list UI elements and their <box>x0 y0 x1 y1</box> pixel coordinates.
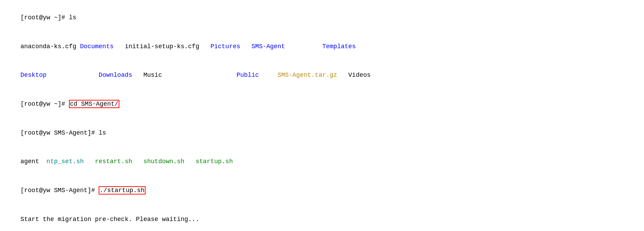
text <box>240 43 251 50</box>
terminal-line-7: [root@yw SMS-Agent]# ./startup.sh <box>6 176 638 205</box>
text-restart: restart.sh <box>95 158 132 165</box>
text: [root@yw SMS-Agent]# ls <box>20 129 106 136</box>
text: [root@yw ~]# ls <box>20 14 76 21</box>
text: anaconda-ks.cfg <box>20 43 80 50</box>
text <box>259 72 278 78</box>
text-agent: agent <box>20 158 47 165</box>
text-pictures: Pictures <box>210 43 240 50</box>
text-documents: Documents <box>80 43 113 50</box>
text-shutdown: shutdown.sh <box>143 158 185 165</box>
text <box>47 72 99 78</box>
text: [root@yw SMS-Agent]# <box>20 187 99 194</box>
text <box>84 158 95 165</box>
cmd-startup: ./startup.sh <box>99 186 146 195</box>
terminal-line-3: Desktop Downloads Music Public SMS-Agent… <box>6 61 638 90</box>
text: Start the migration pre-check. Please wa… <box>20 216 199 223</box>
text-desktop: Desktop <box>20 72 47 78</box>
text: initial-setup-ks.cfg <box>113 43 210 50</box>
terminal-line-1: [root@yw ~]# ls <box>6 3 638 32</box>
text-ntp-set: ntp_set.sh <box>47 158 84 165</box>
terminal-line-8: Start the migration pre-check. Please wa… <box>6 205 638 231</box>
terminal-output: [root@yw ~]# ls anaconda-ks.cfg Document… <box>6 3 638 231</box>
text: Music <box>132 72 236 78</box>
text <box>132 158 143 165</box>
text-startup: startup.sh <box>196 158 233 165</box>
terminal-line-4: [root@yw ~]# cd SMS-Agent/ <box>6 90 638 119</box>
terminal-line-6: agent ntp_set.sh restart.sh shutdown.sh … <box>6 147 638 176</box>
terminal-line-2: anaconda-ks.cfg Documents initial-setup-… <box>6 32 638 61</box>
text-templates: Templates <box>322 43 356 50</box>
text: [root@yw ~]# <box>20 101 69 107</box>
text-downloads: Downloads <box>99 72 132 78</box>
text-public: Public <box>237 72 259 78</box>
text <box>185 158 196 165</box>
text: Videos <box>337 72 370 78</box>
terminal-line-5: [root@yw SMS-Agent]# ls <box>6 119 638 148</box>
text-sms-agent-tar: SMS-Agent.tar.gz <box>278 72 337 78</box>
text <box>285 43 322 50</box>
text-sms-agent: SMS-Agent <box>251 43 285 50</box>
cmd-cd-sms-agent: cd SMS-Agent/ <box>69 100 119 108</box>
